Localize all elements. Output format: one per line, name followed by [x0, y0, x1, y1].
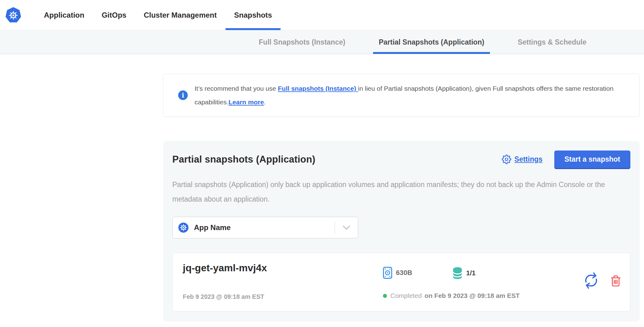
snapshot-actions	[584, 273, 621, 288]
chevron-down-icon	[335, 225, 358, 230]
info-icon: i	[178, 90, 188, 100]
kubernetes-app-icon	[178, 222, 189, 233]
snapshot-size: 630B	[383, 267, 412, 279]
snapshot-volumes: 1/1	[453, 267, 476, 280]
panel-header-actions: Settings Start a snapshot	[502, 150, 630, 168]
tab-partial-snapshots-application[interactable]: Partial Snapshots (Application)	[373, 30, 490, 54]
snapshot-row: jq-get-yaml-mvj4x Feb 9 2023 @ 09:18 am …	[172, 253, 630, 312]
nav-item-cluster-management[interactable]: Cluster Management	[135, 0, 225, 30]
status-label: Completed	[390, 292, 422, 299]
snapshots-subnav: Full Snapshots (Instance) Partial Snapsh…	[0, 30, 644, 54]
snapshot-status: Completed on Feb 9 2023 @ 09:18 am EST	[383, 292, 520, 299]
info-banner-text: It’s recommend that you use Full snapsho…	[195, 82, 628, 109]
status-dot-icon	[383, 294, 387, 298]
full-snapshots-link[interactable]: Full snapshots (Instance)	[278, 85, 358, 92]
app-name-select[interactable]: App Name	[172, 217, 358, 238]
trash-icon	[610, 274, 621, 287]
snapshot-size-value: 630B	[396, 269, 412, 277]
database-icon	[453, 267, 462, 280]
start-snapshot-button[interactable]: Start a snapshot	[554, 150, 630, 168]
kubernetes-logo	[6, 0, 21, 30]
nav-item-snapshots[interactable]: Snapshots	[225, 0, 281, 30]
top-nav: Application GitOps Cluster Management Sn…	[0, 0, 644, 30]
tab-full-snapshots-instance[interactable]: Full Snapshots (Instance)	[253, 30, 351, 54]
tab-settings-schedule[interactable]: Settings & Schedule	[512, 30, 592, 54]
snapshot-volumes-value: 1/1	[466, 269, 476, 277]
status-finished-timestamp: on Feb 9 2023 @ 09:18 am EST	[425, 292, 520, 299]
restore-snapshot-button[interactable]	[584, 273, 598, 288]
snapshots-page: Application GitOps Cluster Management Sn…	[0, 0, 644, 327]
app-select-value: App Name	[194, 223, 231, 232]
learn-more-link[interactable]: Learn more	[229, 98, 264, 106]
snapshot-name: jq-get-yaml-mvj4x	[183, 262, 267, 274]
snapshot-started-timestamp: Feb 9 2023 @ 09:18 am EST	[183, 293, 264, 300]
banner-text-1: It’s recommend that you use	[195, 85, 278, 92]
partial-snapshots-panel: Partial snapshots (Application) Settings…	[163, 141, 640, 321]
settings-link-label: Settings	[514, 155, 543, 164]
top-nav-items: Application GitOps Cluster Management Sn…	[35, 0, 281, 30]
page-title: Partial snapshots (Application)	[172, 154, 316, 165]
restore-icon	[581, 271, 601, 290]
main-content: i It’s recommend that you use Full snaps…	[0, 54, 644, 321]
info-banner: i It’s recommend that you use Full snaps…	[163, 74, 640, 117]
nav-item-application[interactable]: Application	[35, 0, 93, 30]
disk-icon	[383, 267, 392, 279]
delete-snapshot-button[interactable]	[610, 274, 621, 287]
snapshot-settings-link[interactable]: Settings	[502, 155, 543, 164]
panel-description: Partial snapshots (Application) only bac…	[172, 177, 630, 207]
nav-item-gitops[interactable]: GitOps	[93, 0, 135, 30]
banner-text-3: .	[264, 98, 266, 106]
gear-icon	[502, 155, 511, 164]
panel-header: Partial snapshots (Application) Settings…	[172, 150, 630, 168]
